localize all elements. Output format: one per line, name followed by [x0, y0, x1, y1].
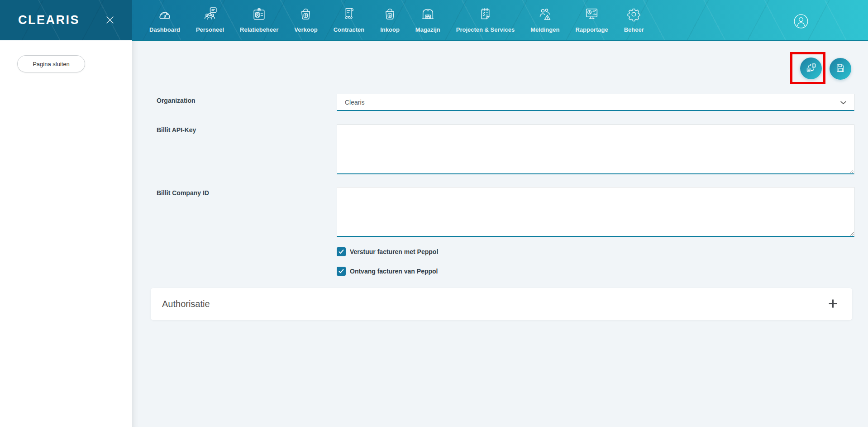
checkmark-icon	[339, 267, 344, 275]
nav-item-contracten[interactable]: Contracten	[334, 6, 365, 33]
id-badge-icon	[251, 6, 267, 24]
expand-authorisatie-button[interactable]	[827, 298, 839, 310]
billit-api-key-input[interactable]	[337, 125, 854, 174]
close-icon	[103, 13, 117, 28]
nav-item-relatiebeheer[interactable]: Relatiebeheer	[240, 6, 278, 33]
app-root: CLEARIS Dashboard	[0, 0, 868, 427]
organization-label: Organization	[157, 97, 196, 104]
nav-item-personeel[interactable]: Personeel	[196, 6, 224, 33]
brand-logo: CLEARIS	[18, 13, 80, 27]
sidebar: Pagina sluiten	[0, 40, 132, 427]
checkbox-row-verstuur: Verstuur facturen met Peppol	[337, 247, 438, 256]
nav-label: Dashboard	[149, 26, 180, 33]
bag-arrow-up-icon	[297, 6, 314, 24]
verstuur-peppol-label: Verstuur facturen met Peppol	[350, 248, 438, 255]
main-content: Organization Clearis Billit API-Key Bill…	[132, 40, 868, 427]
billit-company-id-input[interactable]	[337, 187, 854, 237]
plus-icon	[828, 299, 838, 310]
chevron-down-icon	[840, 98, 847, 106]
nav-label: Rapportage	[575, 26, 608, 33]
nav-label: Personeel	[196, 26, 224, 33]
ontvang-peppol-checkbox[interactable]	[337, 267, 346, 276]
nav-label: Meldingen	[530, 26, 559, 33]
save-button[interactable]	[830, 58, 851, 80]
save-disk-icon	[835, 63, 846, 75]
verstuur-peppol-checkbox[interactable]	[337, 247, 346, 256]
nav-label: Projecten & Services	[456, 26, 515, 33]
nav-item-dashboard[interactable]: Dashboard	[149, 6, 180, 33]
main-nav: Dashboard Personeel	[132, 0, 644, 40]
nav-item-rapportage[interactable]: Rapportage	[575, 6, 608, 33]
nav-label: Contracten	[334, 26, 365, 33]
user-avatar-icon	[791, 26, 811, 33]
checklist-icon	[477, 6, 494, 24]
report-monitor-icon	[583, 6, 600, 24]
people-chat-icon	[201, 6, 218, 24]
organization-select-value: Clearis	[345, 99, 840, 106]
nav-label: Relatiebeheer	[240, 26, 278, 33]
authorisatie-section: Authorisatie	[151, 288, 852, 320]
close-page-button[interactable]: Pagina sluiten	[17, 55, 85, 72]
nav-item-beheer[interactable]: Beheer	[624, 6, 644, 33]
nav-label: Beheer	[624, 26, 644, 33]
sync-data-icon	[806, 62, 816, 74]
sync-data-button[interactable]	[800, 58, 822, 79]
nav-label: Verkoop	[294, 26, 317, 33]
nav-item-verkoop[interactable]: Verkoop	[294, 6, 317, 33]
nav-item-projecten-services[interactable]: Projecten & Services	[456, 6, 515, 33]
menu-close-button[interactable]	[102, 13, 118, 28]
contract-handshake-icon	[340, 6, 357, 24]
warehouse-icon	[420, 6, 436, 24]
checkmark-icon	[339, 248, 344, 256]
billit-api-key-label: Billit API-Key	[157, 126, 196, 134]
top-bar: CLEARIS Dashboard	[0, 0, 868, 40]
checkbox-row-ontvang: Ontvang facturen van Peppol	[337, 267, 438, 276]
ontvang-peppol-label: Ontvang facturen van Peppol	[350, 268, 438, 275]
organization-select[interactable]: Clearis	[337, 94, 854, 111]
authorisatie-title: Authorisatie	[162, 299, 210, 309]
nav-item-magazijn[interactable]: Magazijn	[415, 6, 440, 33]
bag-arrow-down-icon	[382, 6, 398, 24]
nav-item-meldingen[interactable]: Meldingen	[530, 6, 559, 33]
dashboard-gauge-icon	[156, 6, 173, 24]
nav-label: Magazijn	[415, 26, 440, 33]
people-warning-icon	[537, 6, 553, 24]
billit-company-id-label: Billit Company ID	[157, 189, 209, 197]
nav-label: Inkoop	[380, 26, 400, 33]
nav-item-inkoop[interactable]: Inkoop	[380, 6, 400, 33]
gear-icon	[625, 6, 642, 24]
user-avatar-button[interactable]	[791, 11, 811, 32]
